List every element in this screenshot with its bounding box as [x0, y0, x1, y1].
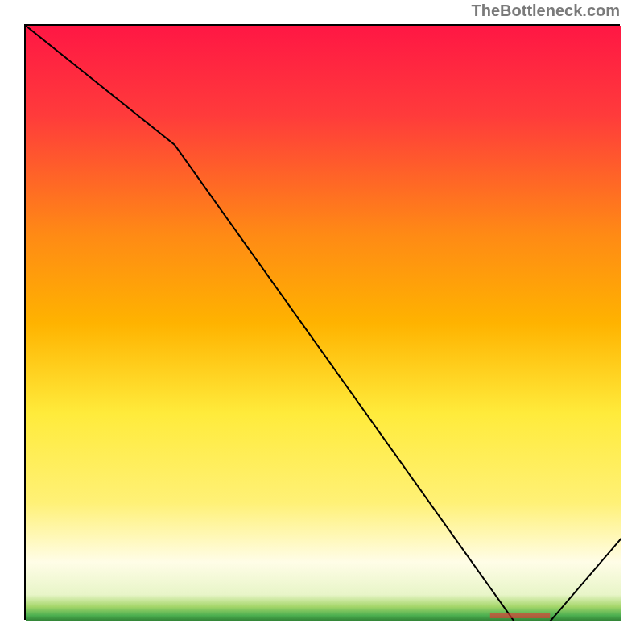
watermark-text: TheBottleneck.com [472, 2, 620, 20]
chart-svg [26, 26, 621, 621]
chart-background [26, 26, 621, 621]
chart-marker-strip [490, 613, 550, 618]
chart-plot-area [24, 24, 620, 620]
